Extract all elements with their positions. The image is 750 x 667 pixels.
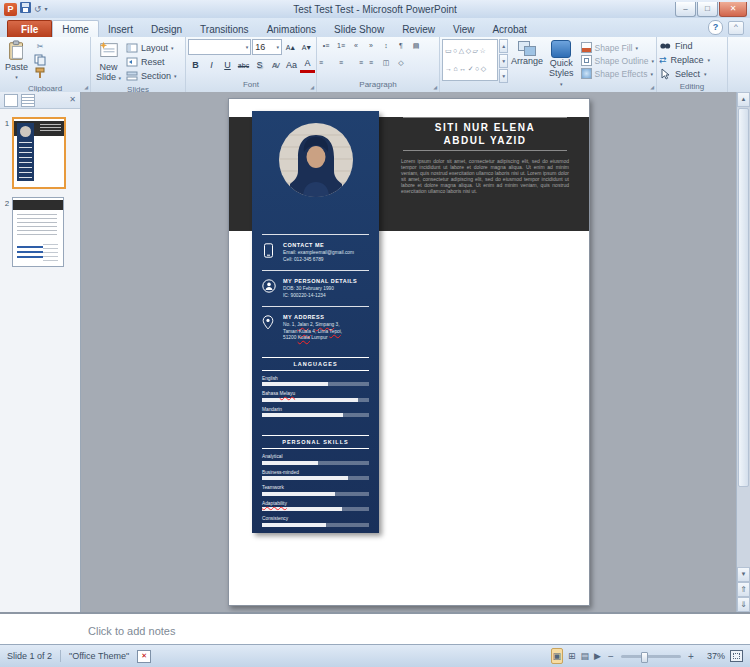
layout-button[interactable]: Layout▾ (126, 41, 177, 54)
bullets-icon[interactable]: •≡ (319, 39, 333, 52)
close-panel-icon[interactable]: ✕ (69, 95, 76, 105)
notes-pane[interactable]: Click to add notes (80, 612, 750, 645)
outline-tab-icon[interactable] (21, 94, 35, 107)
next-slide-icon[interactable]: ⇓ (737, 597, 750, 612)
underline-button[interactable]: U (220, 59, 235, 72)
slide-sorter-view-icon[interactable]: ⊞ (568, 649, 576, 663)
normal-view-icon[interactable]: ▣ (551, 648, 564, 664)
tab-home[interactable]: Home (52, 20, 99, 37)
align-center-icon[interactable]: ≡ (334, 56, 348, 69)
scrollbar-track[interactable] (737, 107, 750, 567)
file-tab[interactable]: File (7, 20, 52, 37)
italic-button[interactable]: I (204, 59, 219, 72)
copy-icon[interactable] (33, 54, 47, 66)
qat-customize-icon[interactable]: ▾ (45, 3, 48, 16)
align-left-icon[interactable]: ≡ (319, 56, 333, 69)
increase-indent-icon[interactable]: » (364, 39, 378, 52)
bold-button[interactable]: B (188, 59, 203, 72)
strikethrough-button[interactable]: abc (236, 59, 251, 72)
zoom-out-icon[interactable]: − (606, 651, 616, 662)
zoom-in-icon[interactable]: + (686, 651, 696, 662)
font-name-select[interactable]: ▾ (188, 39, 251, 55)
tab-review[interactable]: Review (393, 21, 444, 37)
minimize-button[interactable]: – (675, 2, 696, 17)
tab-view[interactable]: View (444, 21, 484, 37)
scroll-up-icon[interactable]: ▲ (737, 92, 750, 107)
justify-icon[interactable]: ≡ (364, 56, 378, 69)
shapes-scroll-down-icon[interactable]: ▼ (499, 54, 508, 68)
minimize-ribbon-icon[interactable]: ^ (728, 21, 744, 35)
zoom-slider-thumb[interactable] (641, 652, 648, 663)
reset-button[interactable]: Reset (126, 55, 177, 68)
shape-outline-button[interactable]: Shape Outline▾ (581, 55, 654, 66)
tab-design[interactable]: Design (142, 21, 191, 37)
scroll-down-icon[interactable]: ▼ (737, 567, 750, 582)
align-text-icon[interactable]: ▤ (409, 39, 423, 52)
align-right-icon[interactable]: ≡ (349, 56, 363, 69)
tab-animations[interactable]: Animations (258, 21, 325, 37)
paragraph-dialog-launcher-icon[interactable]: ◢ (433, 85, 437, 90)
change-case-button[interactable]: Aa (284, 59, 299, 72)
zoom-slider[interactable] (621, 655, 681, 658)
contact-section[interactable]: CONTACT ME Email: exampleemail@gmail.com… (262, 242, 369, 263)
quick-styles-button[interactable]: Quick Styles ▾ (546, 39, 577, 90)
slide-1-thumbnail[interactable] (12, 117, 66, 189)
resume-summary[interactable]: Lorem ipsum dolor sit amet, consectetur … (401, 159, 569, 194)
slide-2-thumbnail[interactable] (12, 197, 64, 267)
find-button[interactable]: Find (659, 39, 725, 53)
text-direction-icon[interactable]: ¶ (394, 39, 408, 52)
powerpoint-app-icon[interactable]: P (4, 3, 17, 16)
undo-icon[interactable]: ↺ (34, 3, 42, 16)
slide-show-view-icon[interactable]: ▶ (594, 649, 601, 663)
format-painter-icon[interactable] (33, 67, 47, 79)
help-icon[interactable]: ? (708, 20, 723, 35)
character-spacing-button[interactable]: AV (268, 59, 283, 72)
tab-transitions[interactable]: Transitions (191, 21, 258, 37)
reading-view-icon[interactable]: ▤ (581, 649, 590, 663)
spell-check-icon[interactable]: ✕ (137, 650, 151, 663)
new-slide-button[interactable]: New Slide ▾ (93, 39, 124, 84)
line-spacing-icon[interactable]: ↕ (379, 39, 393, 52)
numbering-icon[interactable]: 1≡ (334, 39, 348, 52)
previous-slide-icon[interactable]: ⇑ (737, 582, 750, 597)
font-dialog-launcher-icon[interactable]: ◢ (310, 85, 314, 90)
scrollbar-thumb[interactable] (738, 108, 749, 487)
zoom-percentage[interactable]: 37% (701, 651, 725, 661)
grow-font-button[interactable]: A▲ (283, 41, 298, 54)
paste-button[interactable]: Paste ▾ (2, 39, 31, 83)
replace-button[interactable]: ⇄ Replace▾ (659, 53, 725, 67)
fit-to-window-icon[interactable] (730, 650, 743, 662)
profile-photo[interactable] (279, 123, 353, 197)
drawing-dialog-launcher-icon[interactable]: ◢ (650, 85, 654, 90)
shapes-gallery[interactable]: ▭○△◇▱☆ →⌂↔✓○◇ (442, 39, 498, 81)
shape-effects-button[interactable]: Shape Effects▾ (581, 68, 654, 79)
personal-details-section[interactable]: MY PERSONAL DETAILS DOB: 30 February 199… (262, 278, 369, 299)
font-size-select[interactable]: 16 ▾ (252, 39, 282, 55)
tab-insert[interactable]: Insert (99, 21, 142, 37)
convert-smartart-icon[interactable]: ◇ (394, 56, 408, 69)
maximize-button[interactable]: □ (697, 2, 718, 17)
slide-canvas[interactable]: SITI NUR ELENA ABDUL YAZID Lorem ipsum d… (228, 98, 590, 606)
text-shadow-button[interactable]: S (252, 59, 267, 72)
shapes-more-icon[interactable]: ▼ (499, 69, 508, 83)
slides-tab-icon[interactable] (4, 94, 18, 107)
close-button[interactable]: ✕ (719, 2, 747, 17)
address-section[interactable]: MY ADDRESS No. 1, Jalan 2, Simpang 3, Ta… (262, 314, 369, 342)
font-color-button[interactable]: A (300, 58, 315, 73)
clipboard-dialog-launcher-icon[interactable]: ◢ (84, 85, 88, 90)
cut-icon[interactable]: ✂ (33, 41, 47, 53)
vertical-scrollbar[interactable]: ▲ ▼ ⇑ ⇓ (736, 92, 750, 612)
shrink-font-button[interactable]: A▼ (299, 41, 314, 54)
tab-acrobat[interactable]: Acrobat (483, 21, 535, 37)
resume-name[interactable]: SITI NUR ELENA ABDUL YAZID (397, 121, 573, 147)
shapes-scroll-up-icon[interactable]: ▲ (499, 39, 508, 53)
resume-sidebar[interactable]: CONTACT ME Email: exampleemail@gmail.com… (252, 111, 379, 533)
shape-fill-button[interactable]: Shape Fill▾ (581, 42, 654, 53)
section-button[interactable]: Section▾ (126, 69, 177, 82)
save-icon[interactable] (20, 2, 31, 17)
select-button[interactable]: Select▾ (659, 67, 725, 81)
tab-slide-show[interactable]: Slide Show (325, 21, 393, 37)
theme-name[interactable]: "Office Theme" (69, 651, 129, 661)
decrease-indent-icon[interactable]: « (349, 39, 363, 52)
arrange-button[interactable]: Arrange (508, 39, 546, 67)
